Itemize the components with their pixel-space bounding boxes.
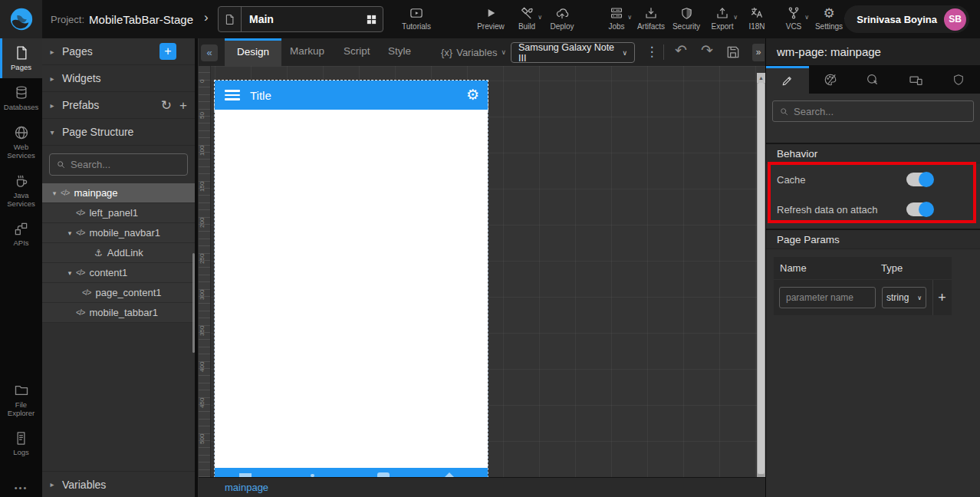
tree-item-left-panel1[interactable]: </> left_panel1	[42, 203, 195, 223]
widget-code-icon: </>	[76, 268, 84, 277]
scroll-up-icon[interactable]: ▲	[757, 73, 765, 83]
save-button[interactable]	[725, 44, 741, 60]
menu-icon[interactable]	[225, 90, 240, 100]
expand-right-panel-button[interactable]: »	[752, 44, 765, 61]
more-options-icon[interactable]: •••	[0, 483, 42, 492]
properties-panel: wm-page: mainpage Behavior	[765, 38, 980, 497]
page-selector[interactable]: Main	[218, 6, 383, 32]
tab-properties[interactable]	[766, 66, 809, 94]
log-document-icon	[14, 431, 28, 446]
mobile-page-preview[interactable]: Title ⚙	[215, 81, 488, 477]
canvas-scrollbar[interactable]: ▲	[757, 73, 765, 477]
sidebar-item-databases[interactable]: Databases	[0, 78, 42, 118]
mobile-tabbar-widget[interactable]	[215, 468, 488, 477]
artifacts-button[interactable]: Artifacts	[632, 6, 670, 31]
tab-events[interactable]	[852, 66, 895, 94]
sidebar-item-pages[interactable]: Pages	[0, 38, 42, 78]
sidebar-item-file-explorer[interactable]: File Explorer	[0, 376, 42, 424]
left-panel-scrollbar[interactable]	[192, 253, 195, 353]
jobs-button[interactable]: ∨ Jobs	[597, 6, 636, 31]
redo-button[interactable]: ↷	[697, 41, 717, 63]
project-label: Project:	[51, 14, 84, 25]
server-stack-icon: ∨	[610, 6, 623, 20]
collapse-left-panel-button[interactable]: «	[201, 44, 218, 61]
i18n-button[interactable]: I18N	[738, 6, 776, 31]
security-button[interactable]: Security	[667, 6, 705, 31]
search-input[interactable]	[71, 159, 187, 170]
sidebar-item-java-services[interactable]: Java Services	[0, 166, 42, 215]
page-params-row: string ∨ +	[774, 280, 952, 315]
sidebar-item-web-services[interactable]: Web Services	[0, 118, 42, 166]
wavemaker-studio: Project: MobileTabBar-Stage › Main Tutor…	[0, 0, 980, 497]
wavemaker-logo[interactable]	[0, 0, 42, 38]
tab-devices[interactable]	[894, 66, 937, 94]
add-param-button[interactable]: +	[932, 280, 951, 315]
tab-script[interactable]: Script	[331, 38, 383, 66]
section-page-structure[interactable]: ▾ Page Structure	[42, 119, 195, 146]
tab-security[interactable]	[937, 66, 980, 94]
add-prefab-icon[interactable]: +	[179, 98, 187, 114]
tree-item-content1[interactable]: ▾ </> content1	[42, 263, 195, 283]
caret-down-icon[interactable]: ▾	[64, 229, 76, 237]
device-selector[interactable]: Samsung Galaxy Note III ∨	[511, 42, 635, 63]
cache-toggle[interactable]	[906, 173, 932, 186]
caret-right-icon: ▸	[42, 480, 62, 489]
caret-down-icon[interactable]: ▾	[48, 189, 61, 197]
widget-code-icon: </>	[76, 229, 84, 237]
undo-button[interactable]: ↶	[671, 41, 691, 63]
tree-item-mobile-navbar1[interactable]: ▾ </> mobile_navbar1	[42, 223, 195, 243]
page-grid-icon[interactable]	[360, 14, 383, 25]
page-file-icon	[219, 7, 242, 31]
tree-item-page-content1[interactable]: </> page_content1	[42, 283, 195, 303]
export-button[interactable]: ∨ Export	[703, 6, 742, 31]
chevron-down-icon: ∨	[501, 48, 506, 56]
kebab-menu-icon[interactable]: ⋮	[644, 41, 659, 63]
tab-style[interactable]: Style	[376, 38, 423, 66]
design-canvas[interactable]: 0 50 100 150 200 250 300 350 400 450 500…	[199, 66, 765, 477]
tutorials-video-icon	[409, 6, 423, 20]
tab-markup[interactable]: Markup	[278, 38, 337, 66]
mobile-navbar-widget[interactable]: Title ⚙	[215, 81, 488, 110]
deploy-button[interactable]: Deploy	[543, 6, 581, 31]
gear-icon[interactable]: ⚙	[466, 86, 479, 104]
vcs-button[interactable]: ∨ VCS	[774, 6, 813, 31]
tree-item-mainpage[interactable]: ▾ </> mainpage	[42, 183, 195, 203]
scrollbar-thumb[interactable]	[758, 83, 765, 474]
tree-item-mobile-tabbar1[interactable]: </> mobile_tabbar1	[42, 303, 195, 323]
page-params-section-header[interactable]: Page Params	[766, 229, 980, 249]
page-tab-mainpage[interactable]: mainpage	[225, 482, 268, 493]
properties-search[interactable]	[772, 100, 974, 122]
avatar: SB	[944, 8, 966, 31]
refresh-data-property-row: Refresh data on attach	[766, 194, 980, 225]
sidebar-item-apis[interactable]: APIs	[0, 215, 42, 254]
settings-button[interactable]: ⚙ Settings ∨	[810, 6, 848, 31]
param-type-select[interactable]: string ∨	[882, 287, 926, 308]
refresh-prefabs-icon[interactable]: ↻	[161, 97, 172, 114]
tab-design[interactable]: Design	[225, 38, 281, 66]
sidebar-item-logs[interactable]: Logs	[0, 424, 42, 463]
pencil-icon	[781, 74, 794, 87]
tree-item-addlink[interactable]: ⚓ AddLink	[42, 243, 195, 263]
caret-down-icon[interactable]: ▾	[64, 269, 76, 277]
tutorials-button[interactable]: Tutorials	[397, 6, 436, 31]
folder-icon	[14, 383, 29, 398]
add-page-button[interactable]: +	[159, 43, 176, 60]
build-button[interactable]: ∨ Build	[508, 6, 546, 31]
section-pages[interactable]: ▸ Pages +	[42, 38, 195, 65]
project-breadcrumb: Project: MobileTabBar-Stage	[51, 0, 193, 38]
behavior-section-header[interactable]: Behavior	[766, 143, 980, 163]
section-variables[interactable]: ▸ Variables	[42, 471, 195, 497]
section-prefabs[interactable]: ▸ Prefabs ↻ +	[42, 92, 195, 119]
download-icon	[644, 6, 658, 20]
gear-icon: ⚙	[823, 6, 834, 20]
tab-styles[interactable]	[809, 66, 852, 94]
user-menu[interactable]: Srinivasa Boyina SB	[844, 5, 969, 33]
properties-search-input[interactable]	[794, 106, 973, 117]
variables-button[interactable]: {x} Variables ∨	[441, 38, 506, 66]
page-structure-search[interactable]	[49, 153, 188, 176]
caret-right-icon: ▸	[42, 48, 62, 56]
preview-button[interactable]: Preview	[472, 6, 510, 31]
section-widgets[interactable]: ▸ Widgets	[42, 65, 195, 92]
param-name-input[interactable]	[779, 287, 876, 308]
refresh-data-toggle[interactable]	[906, 202, 932, 216]
